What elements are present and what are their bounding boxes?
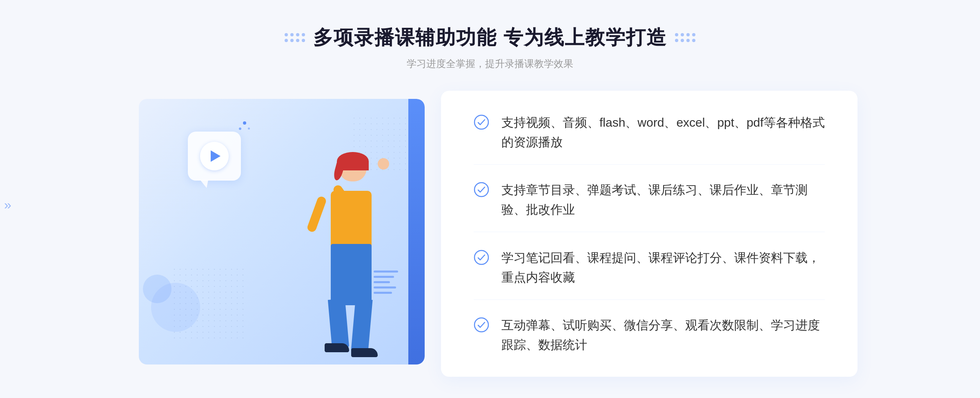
- features-panel: 支持视频、音频、flash、word、excel、ppt、pdf等各种格式的资源…: [441, 91, 858, 377]
- feature-item-2: 支持章节目录、弹题考试、课后练习、课后作业、章节测验、批改作业: [474, 168, 825, 232]
- svg-point-2: [474, 250, 488, 264]
- svg-point-1: [474, 183, 488, 197]
- play-triangle-icon: [211, 150, 220, 162]
- title-dots-right: [675, 33, 695, 42]
- fig-body: [331, 191, 372, 248]
- fig-shoe-right: [351, 348, 378, 357]
- fig-hand-right: [378, 158, 389, 170]
- check-icon-1: [474, 114, 489, 130]
- title-dots-left: [285, 33, 305, 42]
- illustration-bg: [139, 99, 425, 364]
- svg-point-0: [474, 115, 488, 129]
- content-area: 支持视频、音频、flash、word、excel、ppt、pdf等各种格式的资源…: [122, 91, 858, 377]
- feature-item-3: 学习笔记回看、课程提问、课程评论打分、课件资料下载，重点内容收藏: [474, 236, 825, 300]
- figure-illustration: [286, 152, 400, 364]
- blue-accent-bar: [408, 99, 425, 364]
- feature-text-4: 互动弹幕、试听购买、微信分享、观看次数限制、学习进度跟踪、数据统计: [501, 315, 825, 355]
- title-row: 多项录播课辅助功能 专为线上教学打造: [285, 25, 695, 51]
- fig-leg-left: [328, 298, 349, 349]
- feature-text-3: 学习笔记回看、课程提问、课程评论打分、课件资料下载，重点内容收藏: [501, 248, 825, 287]
- feature-text-2: 支持章节目录、弹题考试、课后练习、课后作业、章节测验、批改作业: [501, 180, 825, 219]
- check-icon-2: [474, 182, 489, 197]
- play-bubble: [188, 132, 241, 181]
- header-section: 多项录播课辅助功能 专为线上教学打造 学习进度全掌握，提升录播课教学效果: [285, 25, 695, 70]
- main-title: 多项录播课辅助功能 专为线上教学打造: [313, 25, 666, 51]
- left-arrow-decoration: »: [4, 197, 11, 212]
- feature-item-1: 支持视频、音频、flash、word、excel、ppt、pdf等各种格式的资源…: [474, 113, 825, 165]
- check-icon-3: [474, 250, 489, 265]
- feature-item-4: 互动弹幕、试听购买、微信分享、观看次数限制、学习进度跟踪、数据统计: [474, 303, 825, 355]
- subtitle: 学习进度全掌握，提升录播课教学效果: [407, 57, 573, 70]
- feature-text-1: 支持视频、音频、flash、word、excel、ppt、pdf等各种格式的资源…: [501, 113, 825, 152]
- fig-shoe-left: [325, 343, 349, 352]
- fig-leg-right: [351, 298, 372, 353]
- fig-pants: [331, 244, 372, 305]
- fig-arm-left: [306, 195, 327, 233]
- check-icon-4: [474, 317, 489, 333]
- svg-point-3: [474, 318, 488, 332]
- illustration-container: [122, 91, 441, 377]
- play-icon-circle: [200, 142, 229, 170]
- deco-circle-small: [143, 275, 172, 303]
- page-wrapper: » 多项录播课辅助功能 专为线上教学打造 学习进度全掌握，提升录播课教学效果: [0, 0, 980, 398]
